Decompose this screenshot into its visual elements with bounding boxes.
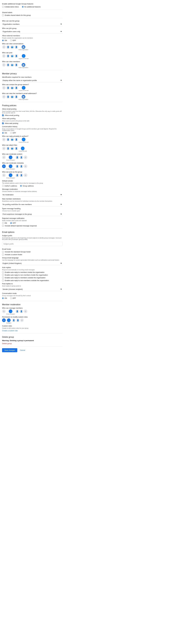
cancel-button[interactable]: Cancel <box>18 348 27 352</box>
modm-perm-2[interactable]: 👥 <box>9 164 12 168</box>
no-additional-radio[interactable] <box>22 6 24 8</box>
auto-reply-nonmembers-outside-checkbox[interactable] <box>2 280 4 281</box>
subject-prefix-input[interactable] <box>2 242 63 246</box>
collaborative-inbox-radio[interactable] <box>2 6 4 8</box>
no-additional-option[interactable]: No additional features <box>22 6 41 8</box>
reply-perm-2[interactable]: 👤 <box>6 138 10 141</box>
email-perm-org[interactable]: 🏢 <box>22 95 25 98</box>
allow-email-posting-checkbox-option[interactable]: Allow email posting <box>2 114 63 116</box>
rejected-notification-off[interactable]: OFF <box>10 222 16 224</box>
spam-handling-select[interactable]: Post suspicious messages to the group Si… <box>2 212 63 216</box>
auto-reply-members-inside[interactable]: Enable auto-reply to members inside the … <box>2 271 63 273</box>
rejected-notification-on[interactable]: ON <box>2 222 7 224</box>
auto-reply-members-outside[interactable]: Enable auto-reply to members outside the… <box>2 277 63 279</box>
rejected-message-response-checkbox[interactable] <box>2 225 4 226</box>
email-perm-1[interactable]: ⊙ <box>2 95 6 98</box>
attach-perm-web[interactable]: 🌐 <box>21 146 24 150</box>
modc-perm-1[interactable]: ⊙ <box>2 156 6 159</box>
collaborative-inbox-option[interactable]: Collaborative inbox <box>2 6 19 8</box>
message-moderation-select[interactable]: No moderation Moderate all messages Mode… <box>2 193 63 196</box>
modm-perm-3[interactable]: 👤 <box>15 164 19 168</box>
allow-external-off-radio[interactable] <box>10 40 12 41</box>
conversation-mode-off[interactable]: OFF <box>10 297 16 299</box>
id-required-select[interactable]: Display either the name or organisation … <box>2 78 63 82</box>
pmr-perm-1[interactable]: ⊙ <box>2 318 6 322</box>
pg-perm-2[interactable]: 👥 <box>9 174 12 177</box>
pmr-perm-5[interactable]: ⊙ <box>20 318 24 322</box>
conv-history-on-radio[interactable] <box>2 132 4 134</box>
modc-perm-4[interactable]: 👤 <box>20 156 23 159</box>
post-perm-web[interactable]: 🌐 <box>22 54 25 58</box>
attach-perm-4[interactable]: 👤 <box>14 146 18 150</box>
allow-external-on[interactable]: ON <box>2 40 7 42</box>
who-can-join-select[interactable]: Organisation users only Anyone in the or… <box>2 30 63 34</box>
reply-perm-4[interactable]: 👤 <box>14 138 18 141</box>
allow-external-on-radio[interactable] <box>2 40 4 41</box>
group-address-radio[interactable] <box>20 185 22 187</box>
rejected-message-response-option[interactable]: Include default rejected message respons… <box>2 225 63 227</box>
perm-icon-all[interactable]: ⊙ <box>2 45 6 49</box>
perm-icon-managers[interactable]: 👥 <box>10 45 14 49</box>
contact-perm-2[interactable]: 👤 <box>6 86 10 90</box>
perm-icon-entire-org[interactable]: 🏢 <box>22 45 25 49</box>
manage-perm-3[interactable]: 👤 <box>15 310 19 313</box>
auto-reply-nonmembers-inside[interactable]: Enable auto-reply to non-members inside … <box>2 274 63 276</box>
attach-perm-1[interactable]: ⊙ <box>2 146 6 150</box>
reply-perm-3[interactable]: 👥 <box>10 138 14 141</box>
standard-footer-checkbox[interactable] <box>2 251 4 253</box>
shared-labels-checkbox-option[interactable]: Enable shared labels for this group <box>2 14 63 16</box>
contact-perm-3[interactable]: 👥 <box>10 86 14 90</box>
contact-perm-web[interactable]: 🌐 <box>22 86 25 90</box>
create-custom-role-button[interactable]: Create a custom role <box>2 330 18 332</box>
conv-history-on[interactable]: ON <box>2 132 7 134</box>
contact-perm-1[interactable]: ⊙ <box>2 86 6 90</box>
modm-perm-4[interactable]: 👤 <box>20 164 23 168</box>
manage-perm-4[interactable]: 👤 <box>20 310 23 313</box>
pg-perm-5[interactable]: ⊙ <box>24 174 27 177</box>
auto-reply-nonmembers-outside[interactable]: Enable auto-reply to non-members outside… <box>2 280 63 282</box>
conversation-mode-on-radio[interactable] <box>2 297 4 299</box>
attach-perm-3[interactable]: 👥 <box>10 146 14 150</box>
manage-perm-1[interactable]: ⊙ <box>2 310 6 313</box>
modc-perm-3[interactable]: 👤 <box>15 156 19 159</box>
post-replies-select[interactable]: Sender (chooses recipient) All members o… <box>2 288 63 291</box>
reply-perm-1[interactable]: ⊙ <box>2 138 6 141</box>
post-perm-all[interactable]: ⊙ <box>2 54 6 58</box>
vm-perm-all[interactable]: ⊙ <box>2 63 6 67</box>
post-perm-managers[interactable]: 👥 <box>10 54 14 58</box>
allow-web-posting-checkbox[interactable] <box>2 122 4 124</box>
author-address-radio[interactable] <box>2 185 4 187</box>
email-perm-3[interactable]: 👥 <box>10 95 14 98</box>
author-address-option[interactable]: Author's address <box>2 185 17 187</box>
manage-perm-2[interactable]: 👥 <box>9 310 12 313</box>
group-email-language-select[interactable]: English (United Kingdom) English (United… <box>2 262 63 265</box>
conversation-mode-on[interactable]: ON <box>2 297 7 299</box>
reply-perm-web[interactable]: 🌐 <box>22 138 25 141</box>
vm-perm-owners[interactable]: 👤 <box>14 63 18 67</box>
email-perm-2[interactable]: 👤 <box>6 95 10 98</box>
rejected-notification-off-radio[interactable] <box>10 222 12 224</box>
vm-perm-managers[interactable]: 👥 <box>10 63 14 67</box>
conv-history-off-radio[interactable] <box>10 132 12 134</box>
pmr-perm-3[interactable]: 👤 <box>12 318 15 322</box>
perm-icon-member[interactable]: 👤 <box>6 45 10 49</box>
standard-footer-option[interactable]: Include the standard Groups footer <box>2 251 63 253</box>
allow-web-posting-checkbox-option[interactable]: Allow web posting <box>2 122 63 124</box>
custom-footer-checkbox[interactable] <box>2 254 4 255</box>
pg-perm-3[interactable]: 👤 <box>15 174 19 177</box>
contact-perm-4[interactable]: 👤 <box>14 86 18 90</box>
auto-reply-members-outside-checkbox[interactable] <box>2 277 4 278</box>
email-perm-4[interactable]: 👤 <box>14 95 18 98</box>
delete-group-button[interactable]: Delete group <box>2 342 12 344</box>
perm-icon-owners[interactable]: 👤 <box>14 45 18 49</box>
new-member-restrictions-select[interactable]: No posting restriction for new members N… <box>2 203 63 206</box>
pmr-perm-2[interactable]: 👥 <box>7 318 10 322</box>
group-address-option[interactable]: Group address <box>20 185 34 187</box>
rejected-notification-on-radio[interactable] <box>2 222 4 224</box>
vm-perm-member[interactable]: 👤 <box>6 63 10 67</box>
post-perm-owners[interactable]: 👤 <box>14 54 18 58</box>
conversation-mode-off-radio[interactable] <box>10 297 12 299</box>
auto-reply-members-inside-checkbox[interactable] <box>2 272 4 273</box>
attach-perm-2[interactable]: 👤 <box>6 146 10 150</box>
who-can-see-select[interactable]: Organisation members All members of the … <box>2 22 63 26</box>
